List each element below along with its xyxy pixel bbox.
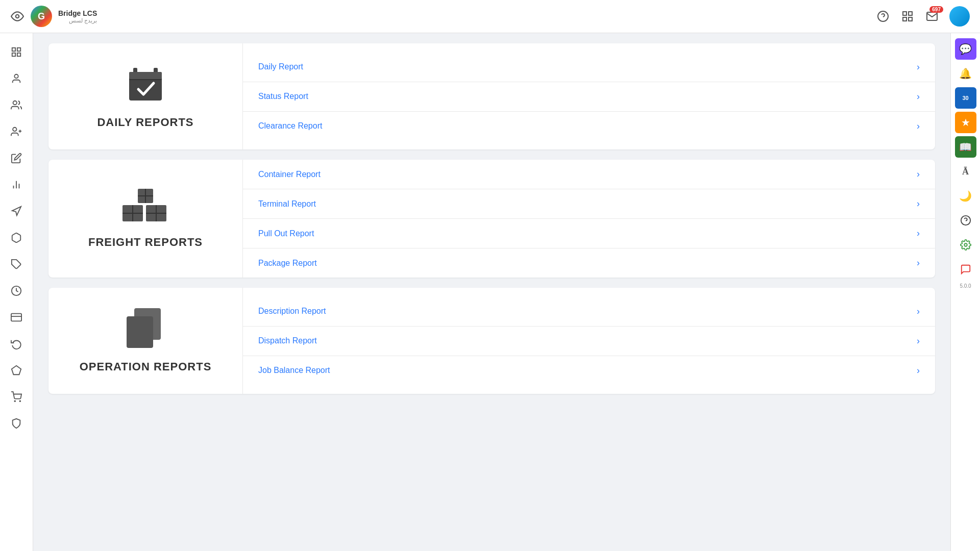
- job-balance-report-label: Job Balance Report: [258, 366, 330, 375]
- book-icon[interactable]: 📖: [955, 136, 976, 158]
- sidebar-item-user[interactable]: [5, 67, 28, 90]
- sidebar-item-cart[interactable]: [5, 386, 28, 408]
- container-report-item[interactable]: Container Report ›: [243, 160, 935, 189]
- freight-reports-section: FREIGHT REPORTS Container Report › Termi…: [48, 160, 935, 278]
- sidebar-item-card[interactable]: [5, 306, 28, 329]
- svg-rect-4: [909, 12, 912, 15]
- header: G Bridge LCS بريدج لسس 697: [0, 0, 980, 33]
- star-icon[interactable]: ★: [955, 112, 976, 133]
- header-right: 697: [876, 6, 970, 27]
- svg-point-13: [13, 128, 16, 131]
- comment-icon[interactable]: [955, 259, 976, 280]
- moon-icon[interactable]: 🌙: [955, 185, 976, 207]
- svg-rect-42: [127, 316, 153, 348]
- status-report-label: Status Report: [258, 92, 308, 101]
- daily-report-label: Daily Report: [258, 62, 303, 71]
- svg-marker-24: [12, 366, 21, 374]
- daily-reports-section: DAILY REPORTS Daily Report › Status Repo…: [48, 43, 935, 149]
- sidebar-item-dashboard[interactable]: [5, 41, 28, 63]
- sidebar-item-location[interactable]: [5, 200, 28, 222]
- freight-reports-items: Container Report › Terminal Report › Pul…: [242, 160, 935, 278]
- sidebar-item-users[interactable]: [5, 94, 28, 116]
- sidebar-item-edit[interactable]: [5, 147, 28, 169]
- help-circle-icon[interactable]: [955, 210, 976, 231]
- job-balance-report-item[interactable]: Job Balance Report ›: [243, 356, 935, 385]
- dispatch-report-label: Dispatch Report: [258, 336, 317, 345]
- help-icon[interactable]: [876, 9, 890, 23]
- sidebar-item-diamond[interactable]: [5, 359, 28, 382]
- sidebar-item-shield[interactable]: [5, 412, 28, 435]
- sidebar-item-add-user[interactable]: [5, 120, 28, 143]
- svg-point-11: [14, 74, 18, 78]
- svg-point-45: [964, 243, 967, 246]
- chevron-right-icon: ›: [917, 121, 920, 132]
- boxes-icon: [122, 189, 168, 227]
- bell-icon[interactable]: 🔔: [955, 63, 976, 84]
- mail-icon[interactable]: 697: [925, 9, 939, 23]
- svg-point-25: [14, 400, 15, 402]
- svg-point-12: [13, 101, 17, 105]
- daily-reports-items: Daily Report › Status Report › Clearance…: [242, 43, 935, 149]
- chevron-right-icon: ›: [917, 169, 920, 180]
- chevron-right-icon: ›: [917, 228, 920, 239]
- operation-reports-items: Description Report › Dispatch Report › J…: [242, 288, 935, 394]
- mail-badge: 697: [929, 6, 943, 13]
- daily-reports-left: DAILY REPORTS: [48, 43, 242, 149]
- copy-files-icon: [127, 308, 165, 351]
- daily-reports-title: DAILY REPORTS: [97, 116, 193, 129]
- svg-point-26: [19, 400, 20, 402]
- pullout-report-label: Pull Out Report: [258, 229, 314, 238]
- sidebar-item-refresh[interactable]: [5, 333, 28, 355]
- svg-rect-9: [12, 53, 15, 56]
- chevron-right-icon: ›: [917, 365, 920, 376]
- grid-apps-icon[interactable]: [900, 9, 915, 23]
- operation-reports-left: OPERATION REPORTS: [48, 288, 242, 394]
- package-report-label: Package Report: [258, 259, 317, 268]
- chevron-right-icon: ›: [917, 198, 920, 209]
- right-sidebar: 💬 🔔 30 ★ 📖 Ā 🌙 5.0.0: [950, 33, 980, 551]
- freight-reports-title: FREIGHT REPORTS: [88, 236, 203, 249]
- content-area: DAILY REPORTS Daily Report › Status Repo…: [33, 33, 950, 551]
- dispatch-report-item[interactable]: Dispatch Report ›: [243, 327, 935, 356]
- package-report-item[interactable]: Package Report ›: [243, 248, 935, 278]
- header-left: G Bridge LCS بريدج لسس: [10, 6, 97, 27]
- chevron-right-icon: ›: [917, 62, 920, 72]
- container-report-label: Container Report: [258, 170, 321, 179]
- sidebar-item-clock[interactable]: [5, 280, 28, 302]
- status-report-item[interactable]: Status Report ›: [243, 82, 935, 112]
- settings-icon[interactable]: [955, 234, 976, 256]
- chevron-right-icon: ›: [917, 91, 920, 102]
- chevron-right-icon: ›: [917, 258, 920, 268]
- svg-rect-5: [903, 17, 906, 21]
- font-icon[interactable]: Ā: [955, 161, 976, 182]
- chat-icon[interactable]: 💬: [955, 38, 976, 60]
- svg-rect-7: [12, 48, 15, 51]
- calendar-icon[interactable]: 30: [955, 87, 976, 109]
- terminal-report-label: Terminal Report: [258, 199, 316, 209]
- sidebar-item-tag[interactable]: [5, 253, 28, 276]
- operation-reports-title: OPERATION REPORTS: [80, 360, 212, 373]
- svg-rect-10: [17, 53, 20, 56]
- clearance-report-item[interactable]: Clearance Report ›: [243, 112, 935, 141]
- svg-rect-6: [909, 17, 912, 21]
- svg-rect-31: [129, 72, 162, 79]
- sidebar-item-cube[interactable]: [5, 227, 28, 249]
- chevron-right-icon: ›: [917, 306, 920, 317]
- clearance-report-label: Clearance Report: [258, 121, 322, 131]
- sidebar-item-chart[interactable]: [5, 173, 28, 196]
- svg-marker-19: [12, 207, 21, 215]
- main-layout: DAILY REPORTS Daily Report › Status Repo…: [0, 33, 980, 551]
- description-report-item[interactable]: Description Report ›: [243, 297, 935, 327]
- svg-rect-3: [903, 12, 906, 15]
- daily-report-item[interactable]: Daily Report ›: [243, 53, 935, 82]
- pullout-report-item[interactable]: Pull Out Report ›: [243, 219, 935, 248]
- app-logo[interactable]: G: [31, 6, 52, 27]
- svg-rect-22: [11, 314, 21, 321]
- freight-reports-left: FREIGHT REPORTS: [48, 160, 242, 278]
- user-avatar[interactable]: [949, 6, 970, 27]
- eye-icon[interactable]: [10, 9, 24, 23]
- app-title: Bridge LCS بريدج لسس: [58, 9, 97, 24]
- terminal-report-item[interactable]: Terminal Report ›: [243, 189, 935, 219]
- calendar-check-icon: [125, 64, 166, 107]
- operation-reports-section: OPERATION REPORTS Description Report › D…: [48, 288, 935, 394]
